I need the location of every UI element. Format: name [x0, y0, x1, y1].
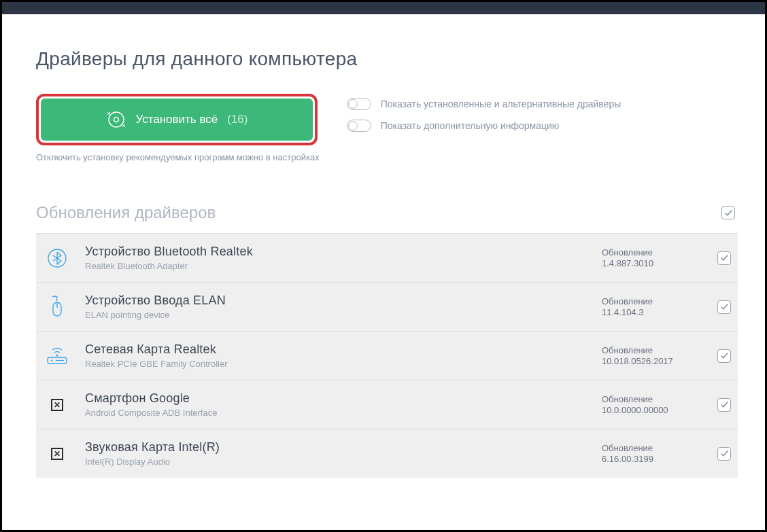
section-header: Обновления драйверов [36, 203, 738, 233]
driver-row[interactable]: Устройство Bluetooth Realtek Realtek Blu… [36, 233, 738, 282]
update-label: Обновление [602, 296, 704, 306]
driver-update: Обновление 10.018.0526.2017 [602, 345, 704, 366]
toggle-row-alt-drivers: Показать установленные и альтернативные … [347, 98, 621, 110]
toggle-show-extra-info[interactable] [347, 120, 371, 132]
install-button-count: (16) [227, 113, 248, 126]
svg-point-11 [51, 359, 52, 361]
driver-title: Смартфон Google [85, 391, 588, 406]
update-label: Обновление [602, 345, 704, 355]
network-icon [43, 347, 71, 366]
driver-info: Устройство Ввода ELAN ELAN pointing devi… [85, 294, 588, 320]
action-row: Установить всё (16) Отключить установку … [36, 94, 738, 162]
app-frame: Драйверы для данного компьютера [0, 0, 767, 532]
update-version: 10.0.0000.00000 [602, 405, 704, 415]
driver-subtitle: Realtek Bluetooth Adapter [85, 261, 588, 271]
svg-point-0 [109, 112, 124, 127]
section-title: Обновления драйверов [36, 203, 216, 222]
driver-checkbox[interactable] [717, 398, 731, 412]
driver-info: Устройство Bluetooth Realtek Realtek Blu… [85, 245, 588, 271]
driver-update: Обновление 6.16.00.3199 [602, 443, 704, 464]
driver-checkbox[interactable] [717, 349, 731, 363]
update-version: 11.4.104.3 [602, 307, 704, 317]
window-top-bar [2, 2, 765, 14]
driver-checkbox[interactable] [717, 300, 731, 314]
driver-row[interactable]: ✕ Звуковая Карта Intel(R) Intel(R) Displ… [36, 429, 738, 478]
svg-point-1 [114, 118, 118, 122]
driver-title: Устройство Ввода ELAN [85, 294, 588, 308]
driver-update: Обновление 1.4.887.3010 [602, 247, 704, 268]
page-title: Драйверы для данного компьютера [36, 48, 738, 70]
toggle-show-installed[interactable] [347, 98, 371, 110]
unknown-device-icon: ✕ [43, 399, 71, 411]
select-all-checkbox[interactable] [721, 206, 735, 219]
driver-subtitle: Realtek PCIe GBE Family Controller [85, 359, 588, 369]
unknown-device-icon: ✕ [43, 448, 71, 460]
install-button-highlight: Установить всё (16) [36, 94, 318, 145]
update-label: Обновление [602, 247, 704, 258]
svg-point-9 [56, 354, 58, 356]
driver-checkbox[interactable] [717, 447, 731, 461]
driver-subtitle: ELAN pointing device [85, 310, 588, 320]
driver-row[interactable]: Сетевая Карта Realtek Realtek PCIe GBE F… [36, 331, 738, 380]
driver-checkbox[interactable] [717, 251, 731, 265]
driver-info: Сетевая Карта Realtek Realtek PCIe GBE F… [85, 342, 588, 369]
driver-list: Устройство Bluetooth Realtek Realtek Blu… [36, 233, 738, 478]
mouse-icon [43, 296, 71, 319]
install-hint: Отключить установку рекомендуемых програ… [36, 152, 320, 162]
driver-subtitle: Android Composite ADB Interface [85, 408, 588, 418]
driver-info: Звуковая Карта Intel(R) Intel(R) Display… [85, 440, 588, 467]
driver-title: Устройство Bluetooth Realtek [85, 245, 588, 259]
content: Драйверы для данного компьютера [2, 14, 765, 530]
driver-info: Смартфон Google Android Composite ADB In… [85, 391, 588, 418]
update-version: 10.018.0526.2017 [602, 356, 704, 366]
driver-title: Сетевая Карта Realtek [85, 342, 588, 357]
driver-update: Обновление 10.0.0000.00000 [602, 394, 704, 415]
driver-title: Звуковая Карта Intel(R) [85, 440, 588, 455]
driver-update: Обновление 11.4.104.3 [602, 296, 704, 317]
install-button-label: Установить всё [136, 113, 218, 126]
toggle-label: Показать дополнительную информацию [381, 120, 560, 131]
toggles-group: Показать установленные и альтернативные … [347, 94, 621, 132]
install-all-button[interactable]: Установить всё (16) [41, 99, 313, 141]
update-label: Обновление [602, 443, 704, 453]
toggle-row-extra-info: Показать дополнительную информацию [347, 120, 621, 132]
disc-icon [106, 109, 126, 130]
driver-subtitle: Intel(R) Display Audio [85, 457, 588, 467]
bluetooth-icon [43, 248, 71, 268]
driver-row[interactable]: Устройство Ввода ELAN ELAN pointing devi… [36, 282, 738, 331]
toggle-label: Показать установленные и альтернативные … [381, 99, 621, 109]
driver-row[interactable]: ✕ Смартфон Google Android Composite ADB … [36, 380, 738, 429]
update-label: Обновление [602, 394, 704, 404]
install-area: Установить всё (16) Отключить установку … [36, 94, 320, 162]
update-version: 6.16.00.3199 [602, 454, 704, 464]
update-version: 1.4.887.3010 [602, 258, 704, 268]
